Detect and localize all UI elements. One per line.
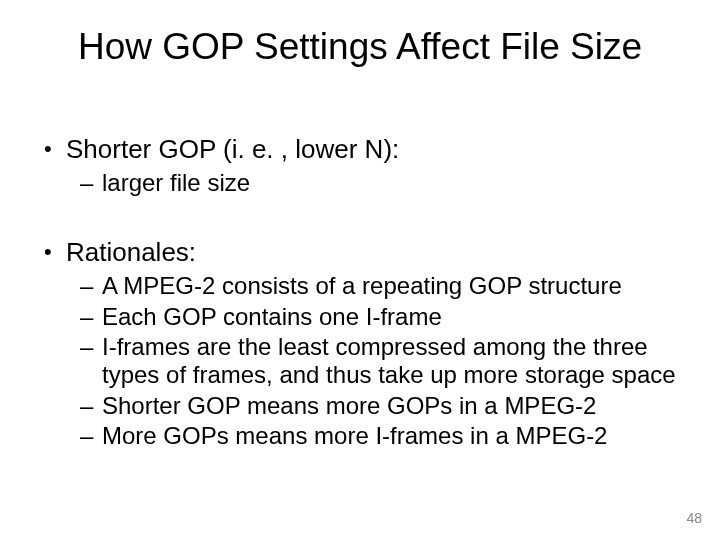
bullet-level2: Each GOP contains one I-frame bbox=[40, 303, 680, 331]
spacer bbox=[40, 199, 680, 223]
slide: How GOP Settings Affect File Size Shorte… bbox=[0, 0, 720, 540]
bullet-level2: larger file size bbox=[40, 169, 680, 197]
bullet-level2: Shorter GOP means more GOPs in a MPEG-2 bbox=[40, 392, 680, 420]
bullet-level1: Shorter GOP (i. e. , lower N): bbox=[40, 134, 680, 165]
bullet-level2: A MPEG-2 consists of a repeating GOP str… bbox=[40, 272, 680, 300]
slide-title: How GOP Settings Affect File Size bbox=[0, 26, 720, 68]
bullet-level2: I-frames are the least compressed among … bbox=[40, 333, 680, 390]
slide-body: Shorter GOP (i. e. , lower N): larger fi… bbox=[40, 120, 680, 452]
bullet-level1: Rationales: bbox=[40, 237, 680, 268]
bullet-level2: More GOPs means more I-frames in a MPEG-… bbox=[40, 422, 680, 450]
page-number: 48 bbox=[686, 510, 702, 526]
